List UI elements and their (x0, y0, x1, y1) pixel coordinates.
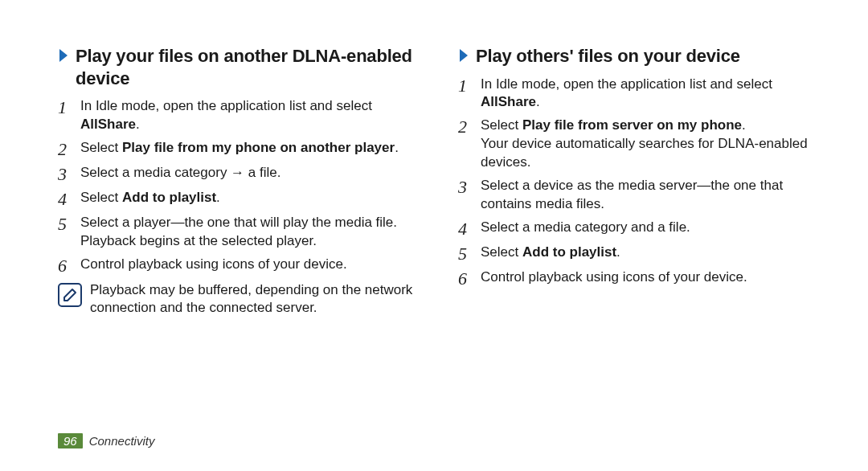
page-footer: 96 Connectivity (58, 433, 154, 448)
step-number: 6 (458, 268, 481, 289)
chevron-right-icon (58, 48, 69, 63)
step-item: 2Select Play file from server on my phon… (458, 117, 820, 172)
right-heading-text: Play others' files on your device (476, 45, 740, 68)
step-number: 5 (458, 244, 481, 264)
step-item: 1In Idle mode, open the application list… (458, 76, 820, 113)
step-number: 5 (58, 214, 80, 234)
step-text: Select a player—the one that will play t… (80, 214, 420, 251)
step-number: 6 (58, 256, 80, 276)
step-number: 4 (58, 189, 80, 209)
step-number: 2 (458, 117, 481, 137)
left-steps-list: 1In Idle mode, open the application list… (58, 97, 420, 276)
step-text: In Idle mode, open the application list … (481, 76, 820, 113)
step-text: Select Play file from my phone on anothe… (80, 139, 399, 158)
right-heading: Play others' files on your device (458, 45, 820, 68)
page-columns: Play your files on another DLNA-enabled … (58, 45, 820, 317)
left-heading: Play your files on another DLNA-enabled … (58, 45, 420, 89)
step-item: 6Control playback using icons of your de… (458, 268, 820, 289)
left-column: Play your files on another DLNA-enabled … (58, 45, 420, 317)
step-item: 3Select a media category → a file. (58, 164, 420, 184)
section-name: Connectivity (89, 434, 155, 448)
step-item: 5Select Add to playlist. (458, 244, 820, 264)
step-item: 4Select a media category and a file. (458, 219, 820, 239)
step-item: 1In Idle mode, open the application list… (58, 97, 420, 134)
left-note-text: Playback may be buffered, depending on t… (90, 281, 420, 318)
right-column: Play others' files on your device 1In Id… (458, 45, 820, 317)
svg-marker-1 (460, 49, 468, 62)
svg-marker-0 (59, 49, 68, 62)
step-text: Select Add to playlist. (481, 244, 620, 262)
right-steps-list: 1In Idle mode, open the application list… (458, 76, 820, 289)
step-item: 5Select a player—the one that will play … (58, 214, 420, 251)
step-item: 2Select Play file from my phone on anoth… (58, 139, 420, 159)
step-number: 3 (58, 164, 80, 184)
step-text: Control playback using icons of your dev… (80, 256, 347, 274)
step-text: Select a device as the media server—the … (481, 177, 820, 214)
step-text: Select Add to playlist. (80, 189, 220, 207)
step-text: Control playback using icons of your dev… (481, 268, 747, 287)
step-text: In Idle mode, open the application list … (80, 97, 420, 134)
left-note: Playback may be buffered, depending on t… (58, 281, 420, 318)
step-number: 1 (58, 97, 80, 117)
chevron-right-icon (458, 48, 469, 63)
step-item: 3Select a device as the media server—the… (458, 177, 820, 214)
page-number: 96 (58, 433, 83, 448)
left-heading-text: Play your files on another DLNA-enabled … (76, 45, 420, 89)
step-text: Select Play file from server on my phone… (481, 117, 820, 172)
step-number: 3 (458, 177, 481, 197)
step-number: 4 (458, 219, 481, 239)
step-item: 4Select Add to playlist. (58, 189, 420, 209)
step-item: 6Control playback using icons of your de… (58, 256, 420, 276)
step-number: 2 (58, 139, 80, 159)
step-text: Select a media category and a file. (481, 219, 690, 237)
step-number: 1 (458, 76, 481, 96)
step-text: Select a media category → a file. (80, 164, 280, 182)
note-icon (58, 283, 82, 307)
